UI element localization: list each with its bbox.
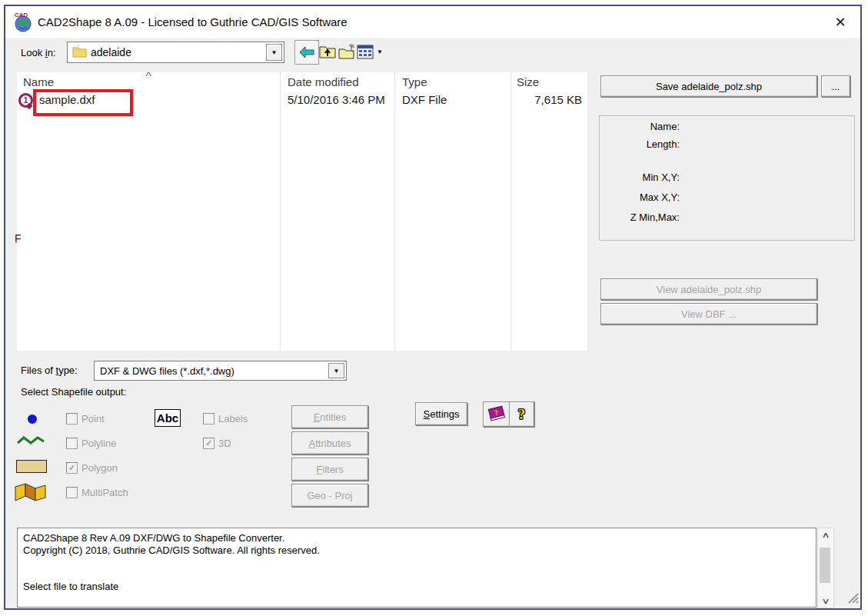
column-header-date-modified[interactable]: Date modified — [288, 75, 359, 88]
context-help-button[interactable]: ? — [509, 401, 534, 427]
shapefile-info-box: Name: Length: Min X,Y: Max X,Y: Z Min,Ma… — [599, 115, 855, 241]
geo-proj-button[interactable]: Geo - Proj — [291, 484, 368, 507]
scroll-down-icon[interactable]: ∨ — [814, 597, 837, 605]
labels-checkbox[interactable] — [203, 413, 215, 425]
column-separator — [394, 72, 395, 351]
point-checkbox[interactable] — [66, 413, 78, 425]
polygon-checkbox-label: Polygon — [81, 462, 118, 474]
point-shape-icon — [28, 415, 37, 424]
settings-button[interactable]: Settings — [415, 402, 467, 425]
view-menu-button[interactable] — [356, 42, 374, 62]
annotation-highlight-rectangle — [33, 89, 133, 116]
look-in-label: Look in: — [21, 47, 56, 58]
scrollbar-thumb[interactable] — [820, 548, 830, 583]
scroll-up-icon[interactable]: ∧ — [814, 531, 837, 539]
multipatch-checkbox-label: MultiPatch — [81, 487, 128, 498]
files-of-type-value: DXF & DWG files (*.dxf,*.dwg) — [100, 361, 234, 380]
polyline-checkbox[interactable] — [66, 438, 78, 449]
status-line-3: Select file to translate — [23, 581, 118, 592]
column-header-name[interactable]: Name — [23, 75, 54, 88]
polyline-checkbox-label: Polyline — [81, 438, 117, 449]
title-bar: CAD CAD2Shape 8 A.09 - Licensed to Guthr… — [5, 6, 860, 39]
point-checkbox-label: Point — [81, 413, 105, 425]
resize-grip[interactable] — [846, 591, 859, 607]
entities-button[interactable]: Entities — [291, 405, 368, 428]
attributes-button[interactable]: Attributes — [291, 431, 368, 455]
labels-abc-icon: Abc — [155, 409, 181, 427]
labels-checkbox-label: Labels — [218, 413, 248, 425]
app-logo-text: CAD — [15, 12, 28, 18]
look-in-combobox[interactable]: adelaide ▼ — [67, 42, 284, 63]
question-mark-icon: ? — [518, 406, 526, 423]
window-title: CAD2Shape 8 A.09 - Licensed to Guthrie C… — [38, 6, 348, 38]
clipped-text-artifact: F — [15, 232, 22, 245]
info-min-xy-label: Min X,Y: — [600, 171, 680, 183]
column-separator — [510, 72, 511, 351]
back-button[interactable] — [294, 40, 319, 65]
files-of-type-combobox[interactable]: DXF & DWG files (*.dxf,*.dwg) ▼ — [94, 361, 347, 381]
status-message-box: CAD2Shape 8 Rev A.09 DXF/DWG to Shapefil… — [17, 528, 816, 608]
browse-output-button[interactable]: ... — [821, 75, 850, 97]
look-in-dropdown-icon[interactable]: ▼ — [266, 44, 282, 61]
view-menu-dropdown-icon[interactable]: ▼ — [377, 48, 383, 55]
help-book-button[interactable]: ? — [483, 401, 510, 427]
files-of-type-dropdown-icon[interactable]: ▼ — [328, 363, 344, 378]
info-length-label: Length: — [600, 138, 680, 150]
column-separator — [280, 72, 281, 351]
file-date-modified: 5/10/2016 3:46 PM — [288, 93, 385, 106]
column-header-size[interactable]: Size — [517, 75, 539, 88]
back-arrow-icon — [299, 46, 314, 58]
help-book-icon: ? — [487, 405, 507, 423]
info-z-minmax-label: Z Min,Max: — [600, 211, 680, 223]
multipatch-checkbox[interactable] — [66, 487, 78, 498]
files-of-type-label: Files of type: — [21, 365, 78, 376]
sort-ascending-icon[interactable]: ∧ — [144, 70, 153, 78]
info-max-xy-label: Max X,Y: — [600, 191, 680, 203]
3d-checkbox[interactable]: ✓ — [203, 438, 215, 449]
view-dbf-button[interactable]: View DBF ... — [600, 303, 817, 325]
polyline-shape-icon — [16, 434, 45, 451]
app-logo-icon: CAD — [12, 11, 35, 34]
status-scrollbar[interactable]: ∧ ∨ — [817, 528, 834, 608]
column-header-type[interactable]: Type — [402, 75, 427, 88]
folder-icon — [72, 46, 87, 61]
polygon-checkbox[interactable]: ✓ — [66, 462, 78, 474]
shapefile-output-heading: Select Shapefile output: — [21, 386, 126, 398]
close-icon[interactable]: ✕ — [830, 12, 851, 33]
file-size: 7,615 KB — [510, 93, 582, 106]
look-in-value: adelaide — [91, 42, 131, 62]
view-shapefile-button[interactable]: View adelaide_polz.shp — [600, 278, 817, 300]
new-folder-button[interactable] — [338, 42, 356, 62]
app-window: CAD CAD2Shape 8 A.09 - Licensed to Guthr… — [4, 5, 862, 610]
file-type: DXF File — [402, 93, 447, 106]
up-one-level-button[interactable] — [318, 42, 337, 62]
up-folder-icon — [319, 44, 336, 59]
polygon-shape-icon — [16, 460, 47, 473]
save-shapefile-button[interactable]: Save adelaide_polz.shp — [600, 75, 817, 97]
file-list: Name ∧ Date modified Type Size 1 sample.… — [17, 72, 587, 351]
view-menu-icon — [357, 45, 374, 59]
3d-checkbox-label: 3D — [218, 438, 231, 449]
info-name-label: Name: — [600, 121, 680, 132]
filters-button[interactable]: Filters — [291, 458, 368, 481]
status-line-1: CAD2Shape 8 Rev A.09 DXF/DWG to Shapefil… — [23, 532, 284, 544]
new-folder-icon — [338, 44, 356, 60]
multipatch-shape-icon — [15, 482, 47, 505]
status-line-2: Copyright (C) 2018, Guthrie CAD/GIS Soft… — [23, 544, 320, 556]
